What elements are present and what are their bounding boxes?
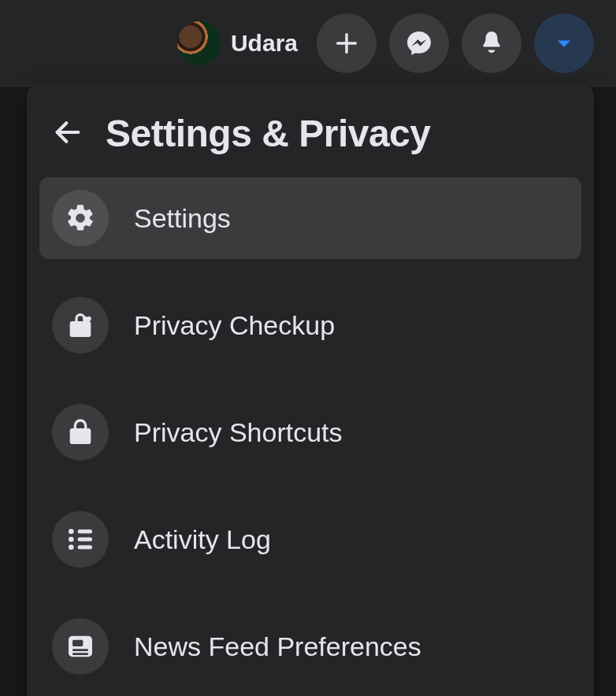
bell-icon <box>477 29 506 57</box>
menu-item-label: Privacy Checkup <box>134 310 335 341</box>
create-button[interactable] <box>317 13 377 73</box>
lock-icon <box>52 404 109 461</box>
menu-item-activity-log[interactable]: Activity Log <box>39 498 581 580</box>
caret-down-icon <box>553 32 575 54</box>
menu-item-settings[interactable]: Settings <box>39 177 581 259</box>
menu-item-label: Privacy Shortcuts <box>134 417 343 448</box>
top-bar: Udara <box>0 0 616 87</box>
gear-icon <box>52 190 109 246</box>
svg-point-4 <box>69 537 74 542</box>
svg-rect-7 <box>78 538 92 542</box>
menu-item-news-feed-preferences[interactable]: News Feed Preferences <box>39 605 581 687</box>
back-button[interactable] <box>49 115 87 153</box>
panel-title: Settings & Privacy <box>106 112 431 155</box>
menu-item-label: Settings <box>134 203 231 234</box>
list-icon <box>52 511 109 568</box>
panel-header: Settings & Privacy <box>39 96 581 177</box>
messenger-button[interactable] <box>389 13 449 73</box>
svg-rect-6 <box>78 530 92 534</box>
messenger-icon <box>405 29 433 57</box>
arrow-left-icon <box>52 117 83 150</box>
newspaper-icon <box>52 618 109 675</box>
menu-list: Settings Privacy Checkup Privacy Shortcu… <box>39 177 581 696</box>
svg-rect-8 <box>78 546 92 550</box>
lock-heart-icon <box>52 297 109 354</box>
svg-rect-12 <box>72 653 88 655</box>
profile-chip[interactable]: Udara <box>177 21 298 65</box>
settings-privacy-panel: Settings & Privacy Settings Privacy Chec… <box>27 83 594 696</box>
svg-rect-11 <box>72 649 88 651</box>
profile-name: Udara <box>231 30 298 57</box>
svg-rect-10 <box>72 640 83 646</box>
menu-item-privacy-shortcuts[interactable]: Privacy Shortcuts <box>39 391 581 473</box>
plus-icon <box>333 30 360 57</box>
svg-point-3 <box>69 529 74 535</box>
menu-item-label: News Feed Preferences <box>134 631 421 662</box>
avatar <box>177 21 221 65</box>
menu-item-privacy-checkup[interactable]: Privacy Checkup <box>39 284 581 366</box>
menu-item-label: Activity Log <box>134 524 271 555</box>
svg-point-5 <box>69 545 74 550</box>
notifications-button[interactable] <box>462 13 521 73</box>
account-menu-button[interactable] <box>534 13 594 73</box>
